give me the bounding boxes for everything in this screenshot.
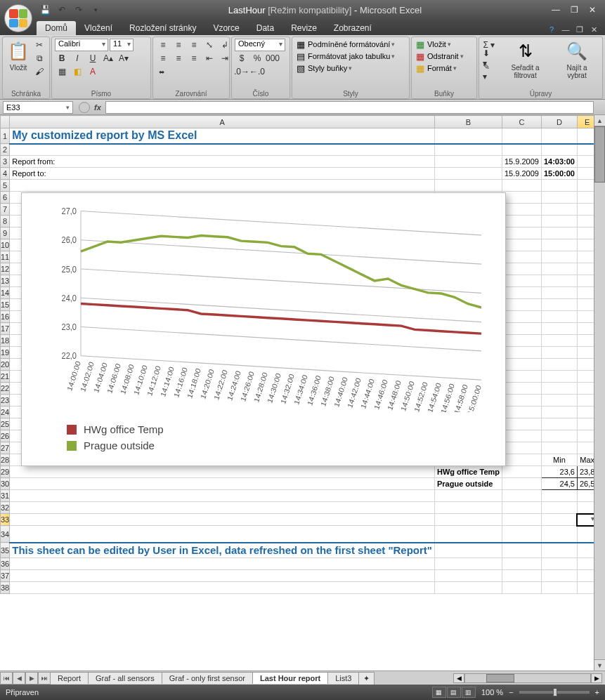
row-header-17[interactable]: 17 (1, 323, 10, 335)
cell-B32[interactable] (434, 502, 502, 514)
comma-button[interactable]: 000 (266, 52, 280, 65)
sheet-tab[interactable]: Graf - only first sensor (162, 672, 253, 684)
cell-E28[interactable]: Max (577, 454, 594, 466)
cell-C1[interactable] (502, 128, 542, 144)
sheet-tab[interactable]: Report (50, 672, 89, 684)
merge-center-button[interactable]: ⬌ (156, 65, 165, 78)
cell-D24[interactable] (541, 407, 577, 418)
cell-E16[interactable] (577, 311, 594, 323)
cell-D36[interactable] (541, 558, 577, 570)
row-header-27[interactable]: 27 (1, 442, 10, 454)
horizontal-scrollbar[interactable] (464, 673, 591, 683)
row-header-26[interactable]: 26 (1, 430, 10, 442)
qat-more-icon[interactable]: ▾ (89, 4, 103, 16)
cell-E36[interactable] (577, 558, 594, 570)
cell-C17[interactable] (502, 323, 542, 335)
cell-D16[interactable] (541, 311, 577, 323)
maximize-button[interactable]: ❐ (566, 4, 583, 16)
cell-A36[interactable] (10, 558, 435, 570)
sort-filter-button[interactable]: ⇅ Seřadit a filtrovat (497, 39, 553, 81)
col-header-D[interactable]: D (541, 116, 577, 128)
view-normal-button[interactable]: ▦ (432, 687, 446, 698)
row-header-37[interactable]: 37 (1, 570, 10, 582)
cut-button[interactable]: ✂ (32, 39, 46, 51)
cell-E38[interactable] (577, 582, 594, 594)
zoom-in-button[interactable]: + (595, 688, 599, 696)
row-header-1[interactable]: 1 (1, 128, 10, 144)
cell-A1[interactable]: My customized report by MS Excel (10, 128, 435, 144)
zoom-level[interactable]: 100 % (481, 688, 503, 696)
increase-decimal-button[interactable]: .0→ (235, 65, 249, 78)
cell-E22[interactable] (577, 383, 594, 395)
decrease-decimal-button[interactable]: ←.0 (250, 65, 264, 78)
tab-nav-first[interactable]: ⏮ (0, 672, 13, 685)
cell-E11[interactable] (577, 251, 594, 263)
cell-D4[interactable]: 15:00:00 (541, 168, 577, 180)
cell-C36[interactable] (502, 558, 542, 570)
cell-C8[interactable] (502, 216, 542, 227)
cell-E9[interactable] (577, 227, 594, 239)
cell-D38[interactable] (541, 582, 577, 594)
cell-E31[interactable] (577, 490, 594, 502)
cell-E26[interactable] (577, 430, 594, 442)
cell-C14[interactable] (502, 287, 542, 299)
bold-button[interactable]: B (55, 52, 69, 65)
orientation-button[interactable]: ⤡ (202, 39, 216, 51)
zoom-out-button[interactable]: − (509, 688, 513, 696)
cell-C31[interactable] (502, 490, 542, 502)
percent-button[interactable]: % (250, 52, 264, 65)
grow-font-button[interactable]: A▴ (101, 52, 115, 65)
cell-B33[interactable] (434, 514, 502, 526)
mdi-minimize-button[interactable]: — (560, 24, 571, 35)
col-header-A[interactable]: A (10, 116, 435, 128)
row-header-31[interactable]: 31 (1, 490, 10, 502)
row-header-14[interactable]: 14 (1, 287, 10, 299)
row-header-34[interactable]: 34 (1, 526, 10, 543)
row-header-16[interactable]: 16 (1, 311, 10, 323)
font-name-select[interactable]: Calibri (55, 39, 108, 51)
cell-C6[interactable] (502, 192, 542, 204)
cell-B5[interactable] (434, 180, 502, 192)
cell-A32[interactable] (10, 502, 435, 514)
ribbon-tab-rozložení stránky[interactable]: Rozložení stránky (121, 21, 204, 35)
name-box[interactable]: E33▾ (3, 101, 73, 114)
cell-E4[interactable] (577, 168, 594, 180)
row-header-25[interactable]: 25 (1, 418, 10, 430)
align-top-button[interactable]: ≡ (156, 39, 170, 51)
cell-E5[interactable] (577, 180, 594, 192)
col-header-B[interactable]: B (434, 116, 502, 128)
cell-D22[interactable] (541, 383, 577, 395)
format-as-table-button[interactable]: ▤Formátovat jako tabulku▾ (295, 51, 395, 62)
row-header-15[interactable]: 15 (1, 299, 10, 311)
cancel-formula-button[interactable] (79, 102, 90, 113)
cell-E23[interactable] (577, 395, 594, 407)
new-sheet-tab[interactable]: ✦ (358, 672, 375, 685)
conditional-formatting-button[interactable]: ▦Podmíněné formátování▾ (295, 39, 395, 50)
cell-E14[interactable] (577, 287, 594, 299)
row-header-4[interactable]: 4 (1, 168, 10, 180)
align-center-button[interactable]: ≡ (171, 52, 186, 65)
currency-button[interactable]: $ (235, 52, 249, 65)
wrap-text-button[interactable]: ↲ (218, 39, 232, 51)
horizontal-scroll-thumb[interactable] (486, 674, 514, 682)
cell-E18[interactable] (577, 335, 594, 347)
font-size-select[interactable]: 11 (110, 39, 134, 51)
scroll-down-arrow[interactable]: ▼ (594, 659, 605, 671)
cell-B3[interactable] (434, 156, 502, 168)
format-painter-button[interactable]: 🖌 (32, 65, 46, 78)
row-header-20[interactable]: 20 (1, 359, 10, 371)
sheet-tab[interactable]: Graf - all sensors (88, 672, 162, 684)
cell-E21[interactable] (577, 371, 594, 383)
office-button[interactable] (4, 4, 32, 32)
ribbon-tab-data[interactable]: Data (248, 21, 282, 35)
cell-A4[interactable]: Report to: (10, 168, 435, 180)
copy-button[interactable]: ⧉ (32, 52, 46, 65)
underline-button[interactable]: U (86, 52, 100, 65)
cell-D9[interactable] (541, 227, 577, 239)
cell-E15[interactable] (577, 299, 594, 311)
cell-C4[interactable]: 15.9.2009 (502, 168, 542, 180)
cell-C23[interactable] (502, 395, 542, 407)
cell-D6[interactable] (541, 192, 577, 204)
cell-E7[interactable] (577, 204, 594, 216)
tab-nav-last[interactable]: ⏭ (38, 672, 51, 685)
